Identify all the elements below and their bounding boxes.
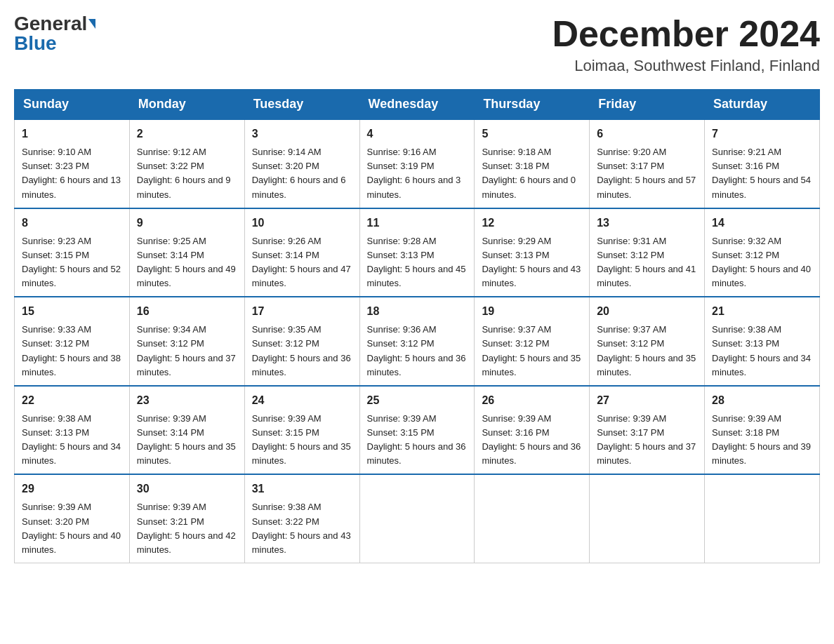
calendar-cell: 12 Sunrise: 9:29 AMSunset: 3:13 PMDaylig… (475, 208, 590, 297)
calendar-cell: 7 Sunrise: 9:21 AMSunset: 3:16 PMDayligh… (705, 119, 820, 208)
day-info: Sunrise: 9:39 AMSunset: 3:20 PMDaylight:… (22, 502, 121, 554)
day-info: Sunrise: 9:31 AMSunset: 3:12 PMDaylight:… (597, 236, 696, 288)
day-number: 24 (252, 392, 352, 409)
day-info: Sunrise: 9:39 AMSunset: 3:16 PMDaylight:… (482, 413, 581, 466)
day-number: 1 (22, 126, 122, 142)
weekday-header-monday: Monday (129, 90, 244, 120)
calendar-table: SundayMondayTuesdayWednesdayThursdayFrid… (14, 89, 820, 563)
day-info: Sunrise: 9:16 AMSunset: 3:19 PMDaylight:… (367, 147, 461, 199)
day-info: Sunrise: 9:39 AMSunset: 3:17 PMDaylight:… (597, 413, 696, 466)
day-number: 27 (597, 392, 697, 409)
calendar-cell: 14 Sunrise: 9:32 AMSunset: 3:12 PMDaylig… (705, 208, 820, 297)
calendar-cell: 26 Sunrise: 9:39 AMSunset: 3:16 PMDaylig… (475, 386, 590, 475)
calendar-cell: 5 Sunrise: 9:18 AMSunset: 3:18 PMDayligh… (475, 119, 590, 208)
calendar-cell: 20 Sunrise: 9:37 AMSunset: 3:12 PMDaylig… (590, 297, 705, 386)
calendar-cell: 13 Sunrise: 9:31 AMSunset: 3:12 PMDaylig… (590, 208, 705, 297)
day-number: 20 (597, 303, 697, 320)
calendar-cell: 28 Sunrise: 9:39 AMSunset: 3:18 PMDaylig… (705, 386, 820, 475)
logo-triangle-icon (88, 19, 95, 29)
day-number: 23 (137, 392, 237, 409)
day-info: Sunrise: 9:32 AMSunset: 3:12 PMDaylight:… (712, 236, 811, 288)
weekday-header-wednesday: Wednesday (359, 90, 475, 120)
calendar-cell: 21 Sunrise: 9:38 AMSunset: 3:13 PMDaylig… (705, 297, 820, 386)
day-number: 31 (252, 481, 352, 497)
calendar-cell (475, 474, 590, 563)
weekday-header-sunday: Sunday (15, 90, 130, 120)
day-info: Sunrise: 9:39 AMSunset: 3:18 PMDaylight:… (712, 413, 811, 466)
calendar-cell: 24 Sunrise: 9:39 AMSunset: 3:15 PMDaylig… (244, 386, 359, 475)
day-number: 6 (597, 126, 697, 142)
day-number: 4 (367, 126, 468, 142)
logo-blue-text: Blue (14, 34, 57, 53)
title-block: December 2024 Loimaa, Southwest Finland,… (552, 14, 820, 75)
day-number: 19 (482, 303, 582, 320)
day-info: Sunrise: 9:39 AMSunset: 3:14 PMDaylight:… (137, 413, 236, 466)
day-info: Sunrise: 9:28 AMSunset: 3:13 PMDaylight:… (367, 236, 466, 288)
day-info: Sunrise: 9:21 AMSunset: 3:16 PMDaylight:… (712, 147, 811, 199)
calendar-cell: 27 Sunrise: 9:39 AMSunset: 3:17 PMDaylig… (590, 386, 705, 475)
week-row-4: 22 Sunrise: 9:38 AMSunset: 3:13 PMDaylig… (15, 386, 820, 475)
day-info: Sunrise: 9:33 AMSunset: 3:12 PMDaylight:… (22, 324, 121, 377)
calendar-cell: 4 Sunrise: 9:16 AMSunset: 3:19 PMDayligh… (359, 119, 475, 208)
day-info: Sunrise: 9:12 AMSunset: 3:22 PMDaylight:… (137, 147, 231, 199)
day-info: Sunrise: 9:39 AMSunset: 3:15 PMDaylight:… (252, 413, 351, 466)
weekday-header-saturday: Saturday (705, 90, 820, 120)
calendar-cell: 1 Sunrise: 9:10 AMSunset: 3:23 PMDayligh… (15, 119, 130, 208)
day-info: Sunrise: 9:35 AMSunset: 3:12 PMDaylight:… (252, 324, 351, 377)
day-number: 14 (712, 215, 812, 232)
day-info: Sunrise: 9:37 AMSunset: 3:12 PMDaylight:… (482, 324, 581, 377)
calendar-cell (359, 474, 475, 563)
day-info: Sunrise: 9:23 AMSunset: 3:15 PMDaylight:… (22, 236, 121, 288)
day-number: 13 (597, 215, 697, 232)
day-number: 3 (252, 126, 352, 142)
day-info: Sunrise: 9:38 AMSunset: 3:22 PMDaylight:… (252, 502, 351, 554)
day-number: 30 (137, 481, 237, 497)
day-number: 8 (22, 215, 122, 232)
day-number: 17 (252, 303, 352, 320)
calendar-cell: 8 Sunrise: 9:23 AMSunset: 3:15 PMDayligh… (15, 208, 130, 297)
week-row-5: 29 Sunrise: 9:39 AMSunset: 3:20 PMDaylig… (15, 474, 820, 563)
calendar-cell (705, 474, 820, 563)
calendar-cell: 10 Sunrise: 9:26 AMSunset: 3:14 PMDaylig… (244, 208, 359, 297)
calendar-cell: 11 Sunrise: 9:28 AMSunset: 3:13 PMDaylig… (359, 208, 475, 297)
month-title: December 2024 (552, 14, 820, 54)
day-number: 15 (22, 303, 122, 320)
calendar-cell: 9 Sunrise: 9:25 AMSunset: 3:14 PMDayligh… (129, 208, 244, 297)
logo: General Blue (14, 14, 95, 53)
calendar-cell: 3 Sunrise: 9:14 AMSunset: 3:20 PMDayligh… (244, 119, 359, 208)
page-header: General Blue December 2024 Loimaa, South… (14, 14, 820, 75)
location-title: Loimaa, Southwest Finland, Finland (552, 57, 820, 75)
day-number: 26 (482, 392, 582, 409)
weekday-header-row: SundayMondayTuesdayWednesdayThursdayFrid… (15, 90, 820, 120)
calendar-cell: 19 Sunrise: 9:37 AMSunset: 3:12 PMDaylig… (475, 297, 590, 386)
day-info: Sunrise: 9:10 AMSunset: 3:23 PMDaylight:… (22, 147, 121, 199)
day-number: 12 (482, 215, 582, 232)
calendar-cell (590, 474, 705, 563)
day-info: Sunrise: 9:37 AMSunset: 3:12 PMDaylight:… (597, 324, 696, 377)
day-info: Sunrise: 9:26 AMSunset: 3:14 PMDaylight:… (252, 236, 351, 288)
day-info: Sunrise: 9:38 AMSunset: 3:13 PMDaylight:… (22, 413, 121, 466)
day-info: Sunrise: 9:39 AMSunset: 3:15 PMDaylight:… (367, 413, 466, 466)
day-number: 10 (252, 215, 352, 232)
calendar-cell: 29 Sunrise: 9:39 AMSunset: 3:20 PMDaylig… (15, 474, 130, 563)
week-row-1: 1 Sunrise: 9:10 AMSunset: 3:23 PMDayligh… (15, 119, 820, 208)
calendar-cell: 16 Sunrise: 9:34 AMSunset: 3:12 PMDaylig… (129, 297, 244, 386)
calendar-cell: 22 Sunrise: 9:38 AMSunset: 3:13 PMDaylig… (15, 386, 130, 475)
day-info: Sunrise: 9:34 AMSunset: 3:12 PMDaylight:… (137, 324, 236, 377)
day-number: 16 (137, 303, 237, 320)
calendar-cell: 30 Sunrise: 9:39 AMSunset: 3:21 PMDaylig… (129, 474, 244, 563)
day-info: Sunrise: 9:38 AMSunset: 3:13 PMDaylight:… (712, 324, 811, 377)
weekday-header-thursday: Thursday (475, 90, 590, 120)
day-number: 25 (367, 392, 468, 409)
day-number: 2 (137, 126, 237, 142)
day-number: 5 (482, 126, 582, 142)
day-number: 28 (712, 392, 812, 409)
day-number: 18 (367, 303, 468, 320)
day-number: 11 (367, 215, 468, 232)
day-info: Sunrise: 9:36 AMSunset: 3:12 PMDaylight:… (367, 324, 466, 377)
day-info: Sunrise: 9:20 AMSunset: 3:17 PMDaylight:… (597, 147, 696, 199)
day-info: Sunrise: 9:25 AMSunset: 3:14 PMDaylight:… (137, 236, 236, 288)
calendar-cell: 25 Sunrise: 9:39 AMSunset: 3:15 PMDaylig… (359, 386, 475, 475)
day-number: 9 (137, 215, 237, 232)
calendar-cell: 23 Sunrise: 9:39 AMSunset: 3:14 PMDaylig… (129, 386, 244, 475)
